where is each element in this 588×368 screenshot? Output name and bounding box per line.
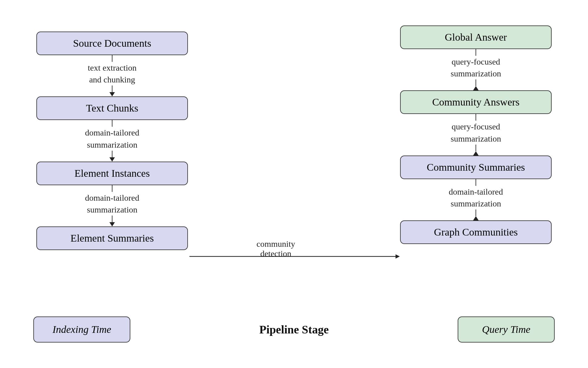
arrow-line-2b <box>112 151 113 157</box>
text-chunks-label: Text Chunks <box>86 102 138 114</box>
arrow-head-1 <box>109 92 115 96</box>
query-time-box: Query Time <box>458 316 555 343</box>
arrow-line-3a <box>112 185 113 192</box>
community-summaries-box: Community Summaries <box>400 156 552 179</box>
arrow-head-2 <box>109 157 115 162</box>
r-arrow-line-1b <box>476 79 476 86</box>
arrow-line-2a <box>112 120 113 127</box>
r-arrow-line-1a <box>476 49 476 56</box>
right-column: Global Answer query-focusedsummarization… <box>385 25 567 298</box>
arrow-label-3: domain-tailoredsummarization <box>85 192 139 216</box>
global-answer-label: Global Answer <box>445 32 507 43</box>
arrow-down-2: domain-tailoredsummarization <box>85 120 139 161</box>
arrow-label-1: text extraction and chunking <box>88 62 137 85</box>
r-arrow-head-up-1 <box>473 86 479 90</box>
element-summaries-box: Element Summaries <box>36 226 188 250</box>
svg-text:detection: detection <box>260 249 292 258</box>
query-time-label: Query Time <box>482 324 530 335</box>
legend: Indexing Time Pipeline Stage Query Time <box>21 316 567 343</box>
right-col-inner: Global Answer query-focusedsummarization… <box>385 25 567 244</box>
r-arrow-label-3: domain-tailoredsummarization <box>449 186 503 209</box>
community-answers-box: Community Answers <box>400 90 552 114</box>
source-documents-box: Source Documents <box>36 32 188 55</box>
graph-communities-label: Graph Communities <box>434 226 518 238</box>
arrow-line-3b <box>112 216 113 222</box>
main-content: community detection Source Documents tex… <box>21 25 567 298</box>
indexing-time-label: Indexing Time <box>52 324 111 335</box>
text-chunks-box: Text Chunks <box>36 96 188 120</box>
arrow-down-1: text extraction and chunking <box>88 55 137 96</box>
element-instances-label: Element Instances <box>75 168 150 179</box>
svg-text:community: community <box>256 239 295 249</box>
r-arrow-line-2b <box>476 145 476 151</box>
arrow-label-2: domain-tailoredsummarization <box>85 127 139 150</box>
diagram-container: community detection Source Documents tex… <box>21 17 567 351</box>
r-arrow-up-1: query-focusedsummarization <box>451 49 501 90</box>
r-arrow-label-1: query-focusedsummarization <box>451 56 501 79</box>
left-column: Source Documents text extraction and chu… <box>21 25 203 298</box>
arrow-line-1a <box>112 55 113 62</box>
r-arrow-head-up-3 <box>473 216 479 220</box>
element-summaries-label: Element Summaries <box>71 233 154 244</box>
indexing-time-box: Indexing Time <box>33 316 130 343</box>
r-arrow-line-3a <box>476 179 476 186</box>
community-answers-label: Community Answers <box>432 96 520 108</box>
r-arrow-head-up-2 <box>473 151 479 156</box>
arrow-head-3 <box>109 222 115 226</box>
r-arrow-line-3b <box>476 209 476 216</box>
source-documents-label: Source Documents <box>73 38 151 49</box>
element-instances-box: Element Instances <box>36 162 188 185</box>
r-arrow-up-2: query-focusedsummarization <box>451 114 501 155</box>
r-arrow-line-2a <box>476 114 476 121</box>
global-answer-box: Global Answer <box>400 25 552 49</box>
r-arrow-label-2: query-focusedsummarization <box>451 121 501 144</box>
community-summaries-label: Community Summaries <box>427 162 525 173</box>
r-arrow-up-3: domain-tailoredsummarization <box>449 179 503 220</box>
arrow-down-3: domain-tailoredsummarization <box>85 185 139 226</box>
graph-communities-box: Graph Communities <box>400 220 552 244</box>
arrow-line-1b <box>112 85 113 92</box>
pipeline-stage-label: Pipeline Stage <box>259 323 329 336</box>
